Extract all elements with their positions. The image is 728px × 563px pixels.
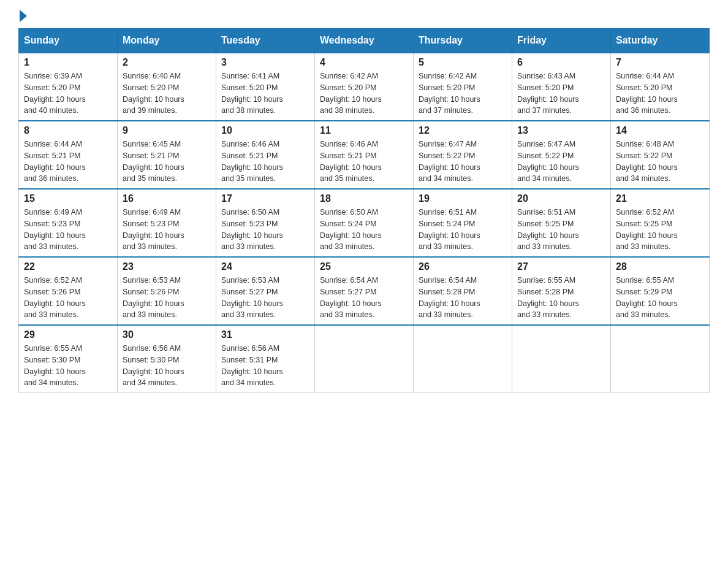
day-number: 27 — [517, 261, 605, 272]
day-info: Sunrise: 6:39 AMSunset: 5:20 PMDaylight:… — [24, 71, 112, 117]
day-number: 16 — [123, 193, 211, 204]
day-info: Sunrise: 6:52 AMSunset: 5:26 PMDaylight:… — [24, 275, 112, 321]
day-number: 10 — [221, 125, 309, 136]
calendar-cell: 13Sunrise: 6:47 AMSunset: 5:22 PMDayligh… — [512, 121, 611, 189]
week-row-5: 29Sunrise: 6:55 AMSunset: 5:30 PMDayligh… — [19, 325, 710, 393]
day-info: Sunrise: 6:40 AMSunset: 5:20 PMDaylight:… — [123, 71, 211, 117]
day-number: 31 — [221, 329, 309, 340]
day-number: 18 — [320, 193, 408, 204]
day-info: Sunrise: 6:55 AMSunset: 5:30 PMDaylight:… — [24, 343, 112, 389]
day-number: 3 — [221, 57, 309, 68]
calendar-cell: 16Sunrise: 6:49 AMSunset: 5:23 PMDayligh… — [118, 189, 216, 257]
calendar-cell — [512, 325, 611, 393]
calendar-cell: 24Sunrise: 6:53 AMSunset: 5:27 PMDayligh… — [216, 257, 315, 325]
day-number: 5 — [419, 57, 507, 68]
day-number: 1 — [24, 57, 112, 68]
calendar-header-row: SundayMondayTuesdayWednesdayThursdayFrid… — [19, 29, 710, 53]
header-sunday: Sunday — [19, 29, 118, 53]
day-info: Sunrise: 6:51 AMSunset: 5:24 PMDaylight:… — [419, 207, 507, 253]
calendar-cell: 6Sunrise: 6:43 AMSunset: 5:20 PMDaylight… — [512, 53, 611, 121]
calendar-cell: 3Sunrise: 6:41 AMSunset: 5:20 PMDaylight… — [216, 53, 315, 121]
header-thursday: Thursday — [414, 29, 512, 53]
calendar-cell: 18Sunrise: 6:50 AMSunset: 5:24 PMDayligh… — [315, 189, 414, 257]
calendar-cell: 31Sunrise: 6:56 AMSunset: 5:31 PMDayligh… — [216, 325, 315, 393]
logo — [18, 12, 27, 22]
header-tuesday: Tuesday — [216, 29, 315, 53]
day-number: 17 — [221, 193, 309, 204]
day-info: Sunrise: 6:52 AMSunset: 5:25 PMDaylight:… — [616, 207, 704, 253]
week-row-3: 15Sunrise: 6:49 AMSunset: 5:23 PMDayligh… — [19, 189, 710, 257]
day-info: Sunrise: 6:42 AMSunset: 5:20 PMDaylight:… — [419, 71, 507, 117]
calendar-cell: 27Sunrise: 6:55 AMSunset: 5:28 PMDayligh… — [512, 257, 611, 325]
calendar-cell — [611, 325, 710, 393]
header-friday: Friday — [512, 29, 611, 53]
week-row-4: 22Sunrise: 6:52 AMSunset: 5:26 PMDayligh… — [19, 257, 710, 325]
day-info: Sunrise: 6:54 AMSunset: 5:28 PMDaylight:… — [419, 275, 507, 321]
page-header — [18, 12, 710, 22]
day-info: Sunrise: 6:48 AMSunset: 5:22 PMDaylight:… — [616, 139, 704, 185]
day-number: 26 — [419, 261, 507, 272]
day-info: Sunrise: 6:43 AMSunset: 5:20 PMDaylight:… — [517, 71, 605, 117]
day-info: Sunrise: 6:53 AMSunset: 5:26 PMDaylight:… — [123, 275, 211, 321]
calendar-cell: 12Sunrise: 6:47 AMSunset: 5:22 PMDayligh… — [414, 121, 512, 189]
day-number: 2 — [123, 57, 211, 68]
calendar-cell: 25Sunrise: 6:54 AMSunset: 5:27 PMDayligh… — [315, 257, 414, 325]
day-number: 14 — [616, 125, 704, 136]
calendar-cell: 4Sunrise: 6:42 AMSunset: 5:20 PMDaylight… — [315, 53, 414, 121]
calendar-cell: 23Sunrise: 6:53 AMSunset: 5:26 PMDayligh… — [118, 257, 216, 325]
calendar-cell: 20Sunrise: 6:51 AMSunset: 5:25 PMDayligh… — [512, 189, 611, 257]
week-row-2: 8Sunrise: 6:44 AMSunset: 5:21 PMDaylight… — [19, 121, 710, 189]
day-info: Sunrise: 6:47 AMSunset: 5:22 PMDaylight:… — [517, 139, 605, 185]
day-number: 24 — [221, 261, 309, 272]
calendar-table: SundayMondayTuesdayWednesdayThursdayFrid… — [18, 28, 710, 393]
calendar-cell — [414, 325, 512, 393]
calendar-cell: 19Sunrise: 6:51 AMSunset: 5:24 PMDayligh… — [414, 189, 512, 257]
day-info: Sunrise: 6:44 AMSunset: 5:21 PMDaylight:… — [24, 139, 112, 185]
calendar-cell: 28Sunrise: 6:55 AMSunset: 5:29 PMDayligh… — [611, 257, 710, 325]
day-number: 28 — [616, 261, 704, 272]
calendar-cell: 7Sunrise: 6:44 AMSunset: 5:20 PMDaylight… — [611, 53, 710, 121]
calendar-cell: 1Sunrise: 6:39 AMSunset: 5:20 PMDaylight… — [19, 53, 118, 121]
day-number: 22 — [24, 261, 112, 272]
day-number: 9 — [123, 125, 211, 136]
calendar-cell: 26Sunrise: 6:54 AMSunset: 5:28 PMDayligh… — [414, 257, 512, 325]
calendar-cell: 14Sunrise: 6:48 AMSunset: 5:22 PMDayligh… — [611, 121, 710, 189]
header-monday: Monday — [118, 29, 216, 53]
day-info: Sunrise: 6:49 AMSunset: 5:23 PMDaylight:… — [24, 207, 112, 253]
header-wednesday: Wednesday — [315, 29, 414, 53]
day-number: 23 — [123, 261, 211, 272]
day-number: 11 — [320, 125, 408, 136]
calendar-cell — [315, 325, 414, 393]
day-info: Sunrise: 6:51 AMSunset: 5:25 PMDaylight:… — [517, 207, 605, 253]
day-info: Sunrise: 6:42 AMSunset: 5:20 PMDaylight:… — [320, 71, 408, 117]
day-info: Sunrise: 6:45 AMSunset: 5:21 PMDaylight:… — [123, 139, 211, 185]
day-info: Sunrise: 6:44 AMSunset: 5:20 PMDaylight:… — [616, 71, 704, 117]
day-number: 4 — [320, 57, 408, 68]
day-number: 20 — [517, 193, 605, 204]
day-info: Sunrise: 6:56 AMSunset: 5:31 PMDaylight:… — [221, 343, 309, 389]
logo-arrow-icon — [20, 10, 27, 22]
day-info: Sunrise: 6:49 AMSunset: 5:23 PMDaylight:… — [123, 207, 211, 253]
calendar-cell: 5Sunrise: 6:42 AMSunset: 5:20 PMDaylight… — [414, 53, 512, 121]
day-number: 30 — [123, 329, 211, 340]
day-number: 6 — [517, 57, 605, 68]
day-info: Sunrise: 6:47 AMSunset: 5:22 PMDaylight:… — [419, 139, 507, 185]
day-info: Sunrise: 6:46 AMSunset: 5:21 PMDaylight:… — [320, 139, 408, 185]
day-info: Sunrise: 6:56 AMSunset: 5:30 PMDaylight:… — [123, 343, 211, 389]
calendar-cell: 2Sunrise: 6:40 AMSunset: 5:20 PMDaylight… — [118, 53, 216, 121]
day-number: 19 — [419, 193, 507, 204]
calendar-cell: 22Sunrise: 6:52 AMSunset: 5:26 PMDayligh… — [19, 257, 118, 325]
day-info: Sunrise: 6:54 AMSunset: 5:27 PMDaylight:… — [320, 275, 408, 321]
day-info: Sunrise: 6:50 AMSunset: 5:24 PMDaylight:… — [320, 207, 408, 253]
calendar-cell: 8Sunrise: 6:44 AMSunset: 5:21 PMDaylight… — [19, 121, 118, 189]
day-info: Sunrise: 6:41 AMSunset: 5:20 PMDaylight:… — [221, 71, 309, 117]
day-number: 25 — [320, 261, 408, 272]
calendar-cell: 11Sunrise: 6:46 AMSunset: 5:21 PMDayligh… — [315, 121, 414, 189]
day-number: 13 — [517, 125, 605, 136]
calendar-cell: 30Sunrise: 6:56 AMSunset: 5:30 PMDayligh… — [118, 325, 216, 393]
day-number: 7 — [616, 57, 704, 68]
day-info: Sunrise: 6:50 AMSunset: 5:23 PMDaylight:… — [221, 207, 309, 253]
calendar-cell: 10Sunrise: 6:46 AMSunset: 5:21 PMDayligh… — [216, 121, 315, 189]
calendar-cell: 15Sunrise: 6:49 AMSunset: 5:23 PMDayligh… — [19, 189, 118, 257]
day-number: 12 — [419, 125, 507, 136]
